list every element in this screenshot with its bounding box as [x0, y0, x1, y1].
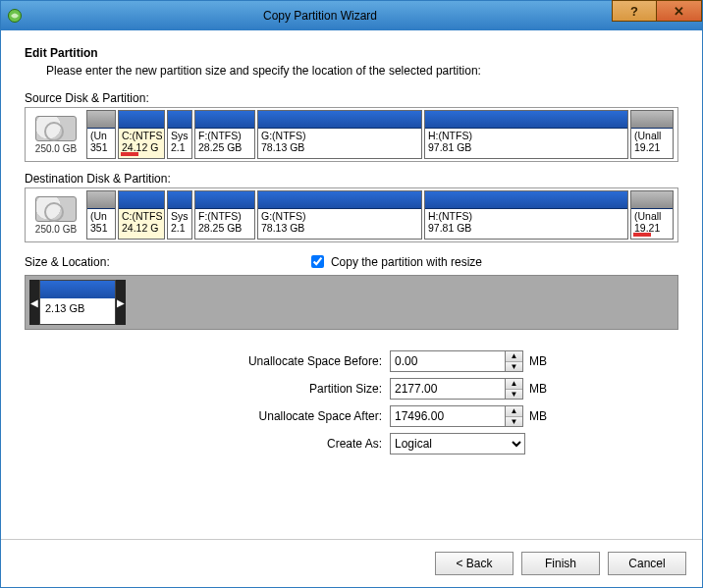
- dest-disk-strip: 250.0 GB(Un351C:(NTFS24.12 GSys2.1F:(NTF…: [25, 187, 678, 242]
- space-before-input[interactable]: [390, 350, 506, 372]
- sizeloc-label: Size & Location:: [25, 255, 110, 269]
- unit-mb: MB: [529, 354, 547, 368]
- page-subtitle: Please enter the new partition size and …: [46, 64, 678, 78]
- partition[interactable]: F:(NTFS)28.25 GB: [194, 110, 255, 159]
- partition[interactable]: G:(NTFS)78.13 GB: [257, 190, 422, 240]
- wizard-footer: < Back Finish Cancel: [1, 539, 702, 587]
- partition-unallocated[interactable]: (Un351: [86, 110, 116, 159]
- partition-size-spinner[interactable]: ▲▼: [390, 378, 523, 400]
- partition-unallocated[interactable]: (Unall19.21: [630, 110, 674, 159]
- title-buttons: ? ✕: [612, 1, 702, 30]
- spin-up-icon[interactable]: ▲: [506, 379, 522, 390]
- resize-handle-right[interactable]: ▶: [116, 280, 126, 325]
- create-as-select[interactable]: Logical: [390, 433, 525, 454]
- cancel-button[interactable]: Cancel: [608, 552, 686, 575]
- spin-down-icon[interactable]: ▼: [506, 417, 522, 427]
- resize-area[interactable]: ◀ 2.13 GB ▶: [25, 275, 678, 330]
- page-title: Edit Partition: [25, 46, 678, 60]
- copy-resize-checkbox-label[interactable]: Copy the partition with resize: [307, 252, 482, 271]
- close-button[interactable]: ✕: [657, 0, 702, 22]
- disk-icon: 250.0 GB: [27, 110, 84, 159]
- spin-up-icon[interactable]: ▲: [506, 406, 522, 417]
- partition[interactable]: C:(NTFS24.12 G: [118, 110, 165, 159]
- source-label: Source Disk & Partition:: [25, 91, 678, 105]
- partition-size-input[interactable]: [390, 378, 506, 400]
- space-before-label: Unallocate Space Before:: [25, 354, 390, 368]
- wizard-body: Edit Partition Please enter the new part…: [1, 30, 702, 539]
- partition[interactable]: G:(NTFS)78.13 GB: [257, 110, 422, 159]
- partition[interactable]: H:(NTFS)97.81 GB: [424, 110, 628, 159]
- copy-resize-checkbox[interactable]: [311, 255, 324, 268]
- resize-handle-left[interactable]: ◀: [29, 280, 39, 325]
- space-before-spinner[interactable]: ▲▼: [390, 350, 523, 372]
- copy-resize-text: Copy the partition with resize: [331, 255, 482, 269]
- partition[interactable]: C:(NTFS24.12 G: [118, 190, 165, 240]
- help-button[interactable]: ?: [612, 0, 657, 22]
- window-title: Copy Partition Wizard: [28, 9, 612, 23]
- partition[interactable]: Sys2.1: [167, 190, 192, 240]
- back-button[interactable]: < Back: [435, 552, 514, 575]
- create-as-label: Create As:: [25, 437, 390, 451]
- disk-icon: 250.0 GB: [27, 190, 84, 240]
- unit-mb: MB: [529, 409, 547, 423]
- partition[interactable]: H:(NTFS)97.81 GB: [424, 190, 628, 240]
- source-disk-strip: 250.0 GB(Un351C:(NTFS24.12 GSys2.1F:(NTF…: [25, 107, 678, 162]
- space-after-spinner[interactable]: ▲▼: [390, 405, 523, 427]
- space-after-label: Unallocate Space After:: [25, 409, 390, 423]
- partition[interactable]: Sys2.1: [167, 110, 192, 159]
- titlebar: Copy Partition Wizard ? ✕: [1, 1, 702, 30]
- resize-partition-size: 2.13 GB: [40, 298, 115, 318]
- app-icon: [7, 8, 23, 24]
- resize-partition[interactable]: 2.13 GB: [39, 280, 116, 325]
- unit-mb: MB: [529, 382, 547, 396]
- spin-up-icon[interactable]: ▲: [506, 351, 522, 362]
- partition-unallocated[interactable]: (Unall19.21: [630, 190, 674, 240]
- partition-size-label: Partition Size:: [25, 382, 390, 396]
- partition-unallocated[interactable]: (Un351: [86, 190, 116, 240]
- partition[interactable]: F:(NTFS)28.25 GB: [194, 190, 255, 240]
- dest-label: Destination Disk & Partition:: [25, 172, 678, 186]
- finish-button[interactable]: Finish: [521, 552, 600, 575]
- spin-down-icon[interactable]: ▼: [506, 390, 522, 400]
- form-area: Unallocate Space Before: ▲▼ MB Partition…: [25, 347, 678, 457]
- spin-down-icon[interactable]: ▼: [506, 362, 522, 372]
- wizard-window: Copy Partition Wizard ? ✕ Edit Partition…: [0, 0, 703, 588]
- space-after-input[interactable]: [390, 405, 506, 427]
